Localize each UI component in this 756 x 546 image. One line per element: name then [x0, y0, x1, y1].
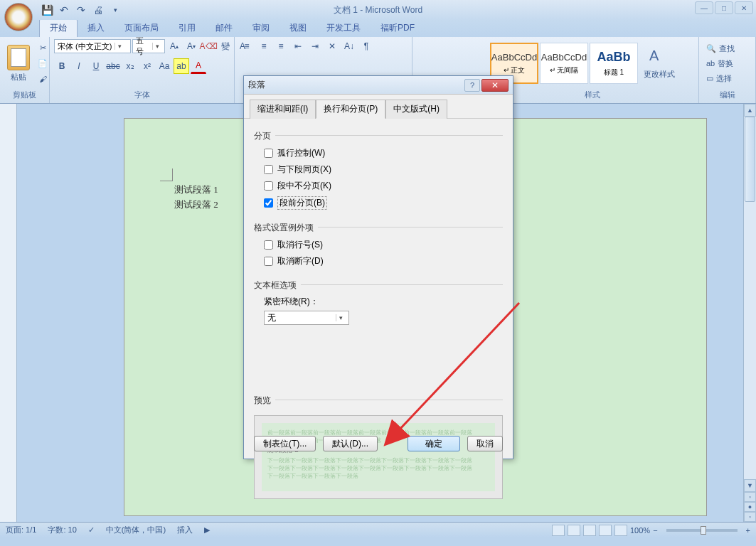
paste-button[interactable]: 粘贴 [4, 43, 33, 84]
dialog-close-button[interactable]: ✕ [481, 79, 509, 92]
tab-developer[interactable]: 开发工具 [316, 19, 371, 37]
ok-button[interactable]: 确定 [408, 436, 460, 451]
dialog-titlebar[interactable]: 段落 ? ✕ [244, 76, 513, 95]
suppress-line-numbers-checkbox[interactable] [264, 240, 273, 250]
increase-indent-icon[interactable]: ⇥ [307, 38, 323, 54]
title-bar: 💾 ↶ ↷ 🖨 ▾ 文档 1 - Microsoft Word — □ ✕ [0, 0, 756, 20]
zoom-out-icon[interactable]: − [653, 526, 657, 535]
style-no-spacing[interactable]: AaBbCcDd ↵ 无间隔 [540, 43, 588, 84]
scroll-track[interactable] [744, 117, 756, 479]
tab-asian-typography[interactable]: 中文版式(H) [385, 100, 447, 119]
next-page-icon[interactable]: ◦ [744, 512, 756, 522]
print-preview-icon[interactable]: 🖨 [90, 2, 106, 18]
group-font: 宋体 (中文正文)▾ 五号▾ A▴ A▾ A⌫ 變 A B I U abc x₂… [50, 37, 235, 103]
shrink-font-icon[interactable]: A▾ [183, 38, 199, 54]
grow-font-icon[interactable]: A▴ [166, 38, 182, 54]
sort-icon[interactable]: A↓ [341, 38, 357, 54]
web-layout-view-icon[interactable] [583, 525, 596, 536]
redo-icon[interactable]: ↷ [73, 2, 89, 18]
cut-icon[interactable]: ✂ [36, 41, 50, 55]
multilevel-icon[interactable]: ≡ [273, 38, 289, 54]
highlight-button[interactable]: ab [174, 58, 189, 74]
bold-button[interactable]: B [54, 58, 70, 74]
tab-foxit-pdf[interactable]: 福昕PDF [371, 19, 425, 37]
subscript-button[interactable]: x₂ [122, 58, 138, 74]
draft-view-icon[interactable] [614, 525, 627, 536]
tab-review[interactable]: 审阅 [243, 19, 279, 37]
bullets-icon[interactable]: ≡ [239, 38, 255, 54]
full-screen-view-icon[interactable] [568, 525, 580, 536]
outline-view-icon[interactable] [599, 525, 612, 536]
phonetic-guide-icon[interactable]: 變 [218, 38, 233, 54]
insert-mode[interactable]: 插入 [177, 525, 193, 535]
underline-button[interactable]: U [88, 58, 104, 74]
dialog-help-button[interactable]: ? [464, 79, 480, 92]
prev-page-icon[interactable]: ◦ [744, 492, 756, 502]
numbering-icon[interactable]: ≡ [256, 38, 272, 54]
asian-layout-icon[interactable]: ✕ [324, 38, 340, 54]
change-styles-button[interactable]: A 更改样式 [641, 46, 678, 81]
qat-dropdown-icon[interactable]: ▾ [107, 2, 123, 18]
cancel-button[interactable]: 取消 [467, 436, 503, 451]
tab-view[interactable]: 视图 [279, 19, 316, 37]
page-break-before-checkbox[interactable] [264, 198, 273, 208]
browse-object-icon[interactable]: ● [744, 502, 756, 512]
margin-corner-mark [160, 168, 173, 181]
tab-mailings[interactable]: 邮件 [206, 19, 243, 37]
superscript-button[interactable]: x² [139, 58, 155, 74]
strikethrough-button[interactable]: abc [105, 58, 121, 74]
select-button[interactable]: ▭选择 [703, 72, 738, 85]
style-heading1[interactable]: AaBb 标题 1 [590, 43, 638, 84]
format-painter-icon[interactable]: 🖌 [36, 72, 50, 86]
tight-wrap-combo[interactable]: 无▾ [264, 311, 349, 325]
zoom-slider-thumb[interactable] [701, 526, 706, 535]
suppress-hyphenation-checkbox[interactable] [264, 257, 273, 266]
tab-references[interactable]: 引用 [169, 19, 206, 37]
scroll-up-icon[interactable]: ▲ [744, 104, 756, 117]
copy-icon[interactable]: 📄 [36, 56, 50, 70]
replace-button[interactable]: ab替换 [703, 57, 738, 70]
scroll-thumb[interactable] [745, 117, 755, 202]
status-bar: 页面: 1/1 字数: 10 ✓ 中文(简体，中国) 插入 ▶ 100% − + [0, 522, 756, 537]
language-status[interactable]: 中文(简体，中国) [106, 525, 166, 535]
keep-with-next-checkbox[interactable] [264, 165, 273, 174]
pagination-label: 分页 [254, 130, 271, 142]
maximize-button[interactable]: □ [715, 1, 733, 14]
undo-icon[interactable]: ↶ [56, 2, 72, 18]
keep-lines-checkbox[interactable] [264, 181, 273, 191]
office-button[interactable] [4, 3, 33, 31]
scroll-down-icon[interactable]: ▼ [744, 479, 756, 492]
find-icon: 🔍 [706, 44, 716, 53]
tab-home[interactable]: 开始 [39, 18, 78, 37]
tab-layout[interactable]: 页面布局 [115, 19, 169, 37]
tab-indent-spacing[interactable]: 缩进和间距(I) [250, 100, 316, 119]
decrease-indent-icon[interactable]: ⇤ [290, 38, 306, 54]
find-button[interactable]: 🔍查找 [703, 42, 738, 55]
font-size-combo[interactable]: 五号▾ [132, 39, 165, 53]
clear-format-icon[interactable]: A⌫ [201, 38, 216, 54]
minimize-button[interactable]: — [695, 1, 713, 14]
zoom-in-icon[interactable]: + [746, 526, 750, 535]
close-button[interactable]: ✕ [735, 1, 753, 14]
zoom-slider[interactable] [666, 529, 738, 532]
word-count[interactable]: 字数: 10 [48, 525, 76, 535]
page-status[interactable]: 页面: 1/1 [6, 525, 36, 535]
font-name-combo[interactable]: 宋体 (中文正文)▾ [54, 39, 131, 53]
default-button[interactable]: 默认(D)... [323, 436, 378, 451]
print-layout-view-icon[interactable] [552, 525, 565, 536]
vertical-ruler[interactable] [0, 104, 17, 522]
vertical-scrollbar[interactable]: ▲ ▼ ◦ ● ◦ [743, 104, 756, 522]
zoom-level[interactable]: 100% [630, 526, 650, 535]
change-case-button[interactable]: Aa [156, 58, 172, 74]
italic-button[interactable]: I [71, 58, 87, 74]
tabs-button[interactable]: 制表位(T)... [254, 436, 316, 451]
save-icon[interactable]: 💾 [39, 2, 55, 18]
preview-box: 前一段落前一段落前一段落前一段落前一段落前一段落前一段落前一段落前一段落 前一段… [254, 415, 503, 499]
proofing-icon[interactable]: ✓ [88, 525, 95, 535]
widow-control-checkbox[interactable] [264, 149, 273, 158]
font-color-button[interactable]: A [191, 58, 206, 74]
show-marks-icon[interactable]: ¶ [358, 38, 374, 54]
tab-line-page-breaks[interactable]: 换行和分页(P) [316, 100, 385, 119]
macro-icon[interactable]: ▶ [204, 525, 210, 535]
tab-insert[interactable]: 插入 [78, 19, 115, 37]
